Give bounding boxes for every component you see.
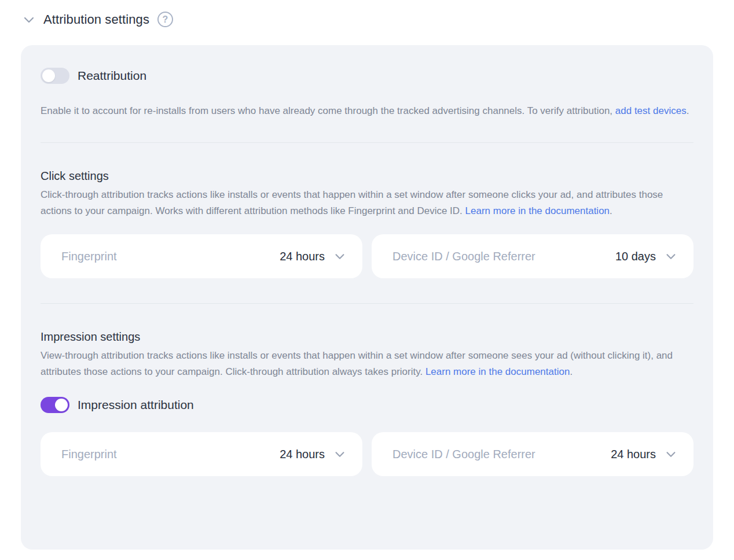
field-value: 10 days (615, 250, 656, 263)
field-value: 24 hours (280, 448, 325, 461)
reattribution-description-period: . (687, 105, 689, 116)
impression-attribution-toggle-row: Impression attribution (41, 397, 693, 413)
click-settings-heading: Click settings (41, 170, 693, 183)
click-fingerprint-window-select[interactable]: Fingerprint 24 hours (41, 234, 362, 278)
impression-settings-description-text: View-through attribution tracks actions … (41, 350, 673, 377)
chevron-down-icon (333, 250, 346, 263)
attribution-settings-card: Reattribution Enable it to account for r… (21, 45, 713, 550)
click-settings-description-period: . (610, 205, 612, 216)
divider (41, 142, 693, 143)
click-settings-description: Click-through attribution tracks actions… (41, 187, 693, 219)
toggle-knob (42, 69, 55, 82)
reattribution-description-text: Enable it to account for re-installs fro… (41, 105, 615, 116)
add-test-devices-link[interactable]: add test devices (615, 105, 687, 116)
reattribution-toggle-label: Reattribution (78, 69, 146, 83)
field-label: Fingerprint (61, 250, 280, 263)
toggle-knob (55, 399, 68, 411)
field-label: Device ID / Google Referrer (392, 250, 615, 263)
field-label: Device ID / Google Referrer (392, 448, 611, 461)
impression-settings-description: View-through attribution tracks actions … (41, 348, 693, 380)
divider (41, 303, 693, 304)
click-device-id-window-select[interactable]: Device ID / Google Referrer 10 days (372, 234, 693, 278)
attribution-settings-header: Attribution settings ? (0, 0, 734, 27)
chevron-down-icon (333, 448, 346, 460)
click-settings-docs-link[interactable]: Learn more in the documentation (465, 205, 610, 216)
field-label: Fingerprint (61, 448, 280, 461)
impression-attribution-toggle-label: Impression attribution (78, 398, 194, 412)
impression-device-id-window-select[interactable]: Device ID / Google Referrer 24 hours (372, 432, 693, 476)
chevron-down-icon[interactable] (22, 13, 36, 27)
impression-attribution-toggle[interactable] (41, 397, 69, 413)
page-title: Attribution settings (43, 12, 149, 27)
reattribution-toggle[interactable] (41, 68, 69, 84)
impression-fingerprint-window-select[interactable]: Fingerprint 24 hours (41, 432, 362, 476)
click-settings-fields: Fingerprint 24 hours Device ID / Google … (41, 234, 693, 278)
field-value: 24 hours (280, 250, 325, 263)
chevron-down-icon (665, 250, 677, 263)
impression-settings-description-period: . (570, 366, 572, 377)
impression-settings-heading: Impression settings (41, 330, 693, 344)
reattribution-toggle-row: Reattribution (41, 68, 693, 84)
help-icon[interactable]: ? (157, 12, 173, 27)
field-value: 24 hours (611, 448, 656, 461)
chevron-down-icon (665, 448, 677, 460)
reattribution-description: Enable it to account for re-installs fro… (41, 103, 693, 119)
impression-settings-docs-link[interactable]: Learn more in the documentation (425, 366, 570, 377)
impression-settings-fields: Fingerprint 24 hours Device ID / Google … (41, 432, 693, 476)
